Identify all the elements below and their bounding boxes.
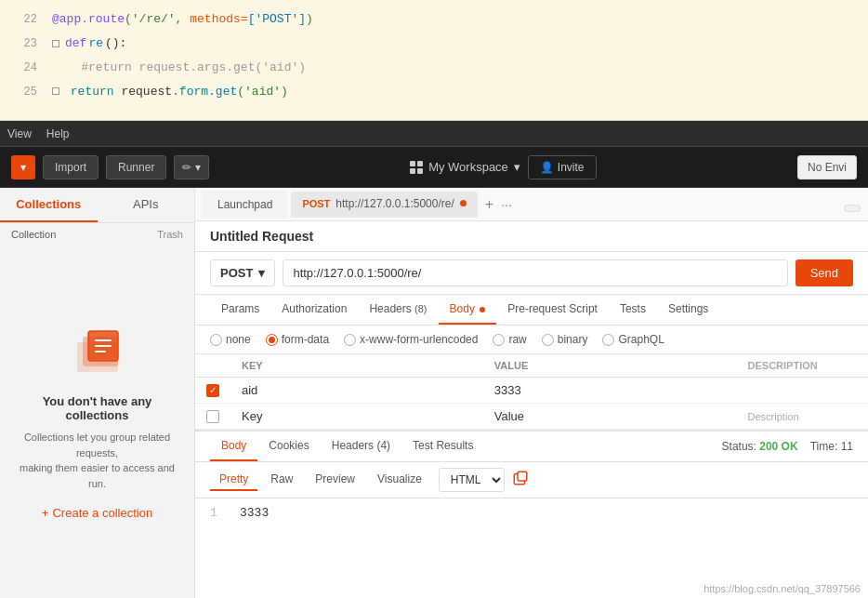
resp-tab-cookies[interactable]: Cookies bbox=[257, 432, 320, 461]
view-tab-raw[interactable]: Raw bbox=[261, 469, 302, 491]
option-graphql[interactable]: GraphQL bbox=[602, 333, 664, 346]
option-urlencoded[interactable]: x-www-form-urlencoded bbox=[344, 333, 478, 346]
workspace-label: My Workspace bbox=[428, 160, 508, 174]
request-title: Untitled Request bbox=[195, 221, 868, 252]
toolbar: ▾ Import Runner ✏ ▾ My Workspace ▾ 👤 Inv… bbox=[0, 147, 868, 188]
grid-icon bbox=[410, 161, 423, 174]
format-select[interactable]: HTML bbox=[439, 468, 505, 492]
response-tabs: Body Cookies Headers (4) Test Results St… bbox=[195, 432, 868, 462]
tab-collections[interactable]: Collections bbox=[0, 188, 98, 222]
launchpad-tab[interactable]: Launchpad bbox=[203, 191, 287, 219]
copy-icon bbox=[512, 470, 529, 486]
method-label: POST bbox=[220, 266, 253, 280]
code-line-22: 22 @app.route('/re/', methods=['POST']) bbox=[0, 7, 868, 32]
code-line-25: 25 return request.form.get('aid') bbox=[0, 80, 868, 104]
workspace-selector[interactable]: My Workspace ▾ bbox=[410, 160, 520, 174]
key-cell[interactable]: aid bbox=[230, 378, 483, 404]
code-editor: 22 @app.route('/re/', methods=['POST']) … bbox=[0, 0, 868, 121]
import-button[interactable]: Import bbox=[43, 155, 99, 179]
view-tab-visualize[interactable]: Visualize bbox=[368, 469, 431, 491]
response-view-tabs: Pretty Raw Preview Visualize bbox=[210, 469, 431, 491]
code-line-23: 23 def re(): bbox=[0, 32, 868, 56]
key-header: KEY bbox=[230, 354, 483, 378]
response-time: 11 bbox=[841, 440, 853, 453]
app-menu-button[interactable]: ▾ bbox=[11, 155, 35, 179]
view-tab-pretty[interactable]: Pretty bbox=[210, 469, 257, 491]
response-line-1: 1 3333 bbox=[210, 506, 853, 520]
unsaved-indicator bbox=[460, 200, 467, 206]
collapse-icon[interactable] bbox=[52, 40, 59, 47]
sidebar-content: You don't have any collections Collectio… bbox=[0, 246, 194, 598]
tab-body[interactable]: Body bbox=[439, 295, 497, 325]
tab-headers[interactable]: Headers (8) bbox=[358, 295, 438, 325]
tab-url: http://127.0.0.1:5000/re/ bbox=[335, 197, 454, 210]
new-tab-button[interactable]: + bbox=[481, 196, 497, 213]
toolbar-center: My Workspace ▾ 👤 Invite bbox=[217, 155, 790, 179]
value-cell[interactable]: 3333 bbox=[483, 378, 737, 404]
row-checkbox-checked[interactable] bbox=[206, 384, 219, 397]
option-raw[interactable]: raw bbox=[493, 333, 526, 346]
option-none[interactable]: none bbox=[210, 333, 251, 346]
tab-apis[interactable]: APIs bbox=[98, 188, 195, 222]
request-nav-tabs: Params Authorization Headers (8) Body Pr… bbox=[195, 295, 868, 326]
response-value: 3333 bbox=[240, 506, 269, 520]
resp-tab-test-results[interactable]: Test Results bbox=[401, 432, 484, 461]
invite-button[interactable]: 👤 Invite bbox=[528, 155, 597, 179]
response-area: Body Cookies Headers (4) Test Results St… bbox=[195, 431, 868, 527]
no-collections-sub: Collections let you group related reques… bbox=[15, 430, 179, 491]
sidebar: Collections APIs Collection Trash You do… bbox=[0, 188, 195, 598]
tab-authorization[interactable]: Authorization bbox=[270, 295, 358, 325]
response-body: 1 3333 bbox=[195, 498, 868, 527]
response-toolbar: Pretty Raw Preview Visualize HTML bbox=[195, 462, 868, 498]
code-line-24: 24 #return request.args.get('aid') bbox=[0, 56, 868, 80]
collection-icon bbox=[70, 324, 125, 379]
resp-tab-body[interactable]: Body bbox=[210, 432, 257, 461]
value-placeholder[interactable]: Value bbox=[483, 404, 737, 430]
watermark: https://blog.csdn.net/qq_37897566 bbox=[704, 583, 861, 594]
description-header: DESCRIPTION bbox=[737, 354, 868, 378]
description-cell[interactable] bbox=[737, 378, 868, 404]
body-options: none form-data x-www-form-urlencoded raw… bbox=[195, 326, 868, 354]
option-binary[interactable]: binary bbox=[542, 333, 588, 346]
more-tools-button[interactable]: ✏ ▾ bbox=[174, 155, 208, 179]
runner-button[interactable]: Runner bbox=[106, 155, 166, 179]
table-row: aid 3333 bbox=[195, 378, 868, 404]
method-dropdown[interactable]: POST ▾ bbox=[210, 259, 275, 286]
request-tab-active[interactable]: POST http://127.0.0.1:5000/re/ bbox=[291, 192, 477, 218]
tab-params[interactable]: Params bbox=[210, 295, 270, 325]
kv-table: KEY VALUE DESCRIPTION aid 3333 bbox=[195, 354, 868, 430]
value-header: VALUE bbox=[483, 354, 737, 378]
collection-label: Collection bbox=[11, 229, 56, 240]
no-environment-button[interactable]: No Envi bbox=[797, 155, 857, 179]
create-collection-button[interactable]: + Create a collection bbox=[42, 506, 152, 520]
response-status: Status: 200 OK Time: 11 bbox=[722, 440, 853, 453]
url-bar: POST ▾ Send bbox=[195, 252, 868, 295]
checkbox-col-header bbox=[195, 354, 230, 378]
copy-response-button[interactable] bbox=[512, 470, 529, 491]
tab-pre-request-script[interactable]: Pre-request Script bbox=[496, 295, 609, 325]
description-placeholder[interactable]: Description bbox=[737, 404, 868, 430]
resp-tab-headers[interactable]: Headers (4) bbox=[321, 432, 401, 461]
view-tab-preview[interactable]: Preview bbox=[306, 469, 364, 491]
main-layout: Collections APIs Collection Trash You do… bbox=[0, 188, 868, 598]
no-env-badge[interactable] bbox=[844, 205, 861, 212]
collapse-icon-2[interactable] bbox=[52, 87, 59, 95]
tab-settings[interactable]: Settings bbox=[657, 295, 719, 325]
url-input[interactable] bbox=[283, 259, 787, 286]
send-button[interactable]: Send bbox=[796, 259, 853, 286]
option-form-data[interactable]: form-data bbox=[266, 333, 329, 346]
sidebar-tabs: Collections APIs bbox=[0, 188, 194, 223]
tab-more-button[interactable]: ··· bbox=[501, 197, 512, 212]
request-area: Launchpad POST http://127.0.0.1:5000/re/… bbox=[195, 188, 868, 598]
trash-label[interactable]: Trash bbox=[157, 229, 183, 240]
tab-tests[interactable]: Tests bbox=[609, 295, 657, 325]
method-badge: POST bbox=[302, 198, 330, 209]
menu-help[interactable]: Help bbox=[46, 127, 70, 140]
row-checkbox-empty[interactable] bbox=[206, 410, 219, 423]
status-ok-badge: 200 OK bbox=[759, 440, 797, 453]
menu-view[interactable]: View bbox=[7, 127, 32, 140]
chevron-down-icon: ▾ bbox=[514, 160, 520, 174]
key-placeholder[interactable]: Key bbox=[230, 404, 483, 430]
user-icon: 👤 bbox=[540, 161, 554, 174]
request-tabbar: Launchpad POST http://127.0.0.1:5000/re/… bbox=[195, 188, 868, 221]
